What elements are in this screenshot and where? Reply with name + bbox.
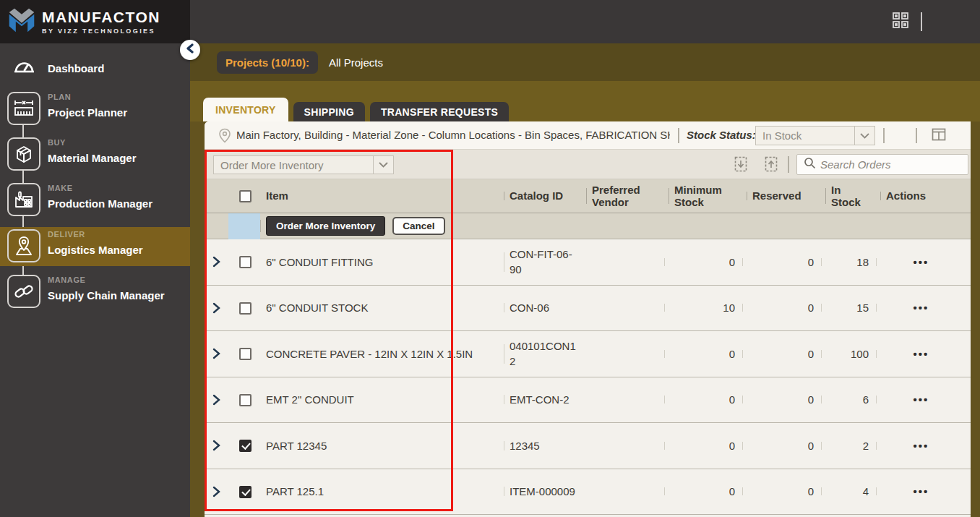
minimum-stock: 0 bbox=[664, 485, 742, 497]
in-stock: 18 bbox=[821, 256, 876, 268]
column-header-preferred-vendor[interactable]: Preferred Vendor bbox=[586, 184, 669, 209]
qr-scan-icon[interactable] bbox=[892, 12, 909, 32]
nav-category: MAKE bbox=[48, 184, 73, 192]
projects-selection[interactable]: All Projects bbox=[329, 56, 383, 69]
column-header-catalog-id[interactable]: Catalog ID bbox=[504, 189, 586, 202]
manufacton-logo-icon bbox=[7, 6, 36, 38]
row-checkbox[interactable] bbox=[239, 256, 252, 268]
order-more-inventory-button[interactable]: Order More Inventory bbox=[266, 216, 385, 236]
reserved: 0 bbox=[742, 393, 821, 406]
nav-label: Supply Chain Manager bbox=[48, 289, 165, 302]
row-actions-icon[interactable]: ••• bbox=[876, 485, 966, 497]
column-header-reserved[interactable]: Reserved bbox=[747, 189, 825, 202]
catalog-id: EMT-CON-2 bbox=[504, 392, 582, 407]
item-name: 6" CONDUIT FITTING bbox=[260, 256, 504, 268]
expand-row-icon[interactable] bbox=[205, 348, 228, 359]
column-settings-icon[interactable] bbox=[932, 128, 946, 144]
reserved: 0 bbox=[742, 348, 821, 360]
row-actions-icon[interactable]: ••• bbox=[876, 256, 966, 268]
toolbar-divider bbox=[788, 156, 789, 173]
search-icon bbox=[804, 157, 816, 172]
bulk-action-value: Order More Inventory bbox=[214, 159, 373, 171]
chevron-down-icon bbox=[854, 127, 874, 145]
expand-row-icon[interactable] bbox=[205, 394, 228, 406]
tab-shipping[interactable]: SHIPPING bbox=[293, 102, 365, 121]
expand-row-icon[interactable] bbox=[205, 486, 228, 497]
expand-row-icon[interactable] bbox=[205, 302, 228, 314]
chain-icon bbox=[7, 275, 40, 308]
reserved: 0 bbox=[742, 440, 821, 452]
row-actions-icon[interactable]: ••• bbox=[876, 393, 966, 406]
row-actions-icon[interactable]: ••• bbox=[876, 302, 966, 314]
factory-icon bbox=[7, 183, 40, 216]
sidebar-item-supply-chain-manager[interactable]: MANAGE Supply Chain Manager bbox=[0, 273, 190, 312]
row-checkbox[interactable] bbox=[239, 440, 252, 452]
inventory-panel: Main Factory, Building - Material Zone -… bbox=[205, 121, 971, 517]
export-file-icon[interactable] bbox=[764, 156, 778, 175]
table-toolbar: Order More Inventory bbox=[205, 150, 971, 179]
projects-count-badge[interactable]: Projects (10/10): bbox=[217, 51, 318, 74]
column-header-minimum-stock[interactable]: Minimum Stock bbox=[669, 184, 747, 209]
sidebar-item-material-manager[interactable]: BUY Material Manager bbox=[0, 135, 190, 174]
row-checkbox[interactable] bbox=[239, 394, 252, 406]
column-header-item[interactable]: Item bbox=[260, 189, 504, 202]
logo-text: MANUFACTON BY VIZZ TECHNOLOGIES bbox=[42, 9, 160, 35]
table-row: PART 12345 12345 0 0 2 ••• bbox=[205, 423, 971, 469]
nav-category: DELIVER bbox=[48, 230, 85, 239]
sidebar-item-production-manager[interactable]: MAKE Production Manager bbox=[0, 181, 190, 220]
sidebar-nav: Dashboard PLAN Project Planner bbox=[0, 43, 190, 517]
item-name: 6" CONDUIT STOCK bbox=[260, 302, 504, 314]
logo-subtitle: BY VIZZ TECHNOLOGIES bbox=[42, 27, 160, 35]
row-checkbox[interactable] bbox=[239, 302, 252, 315]
sidebar-collapse-button[interactable] bbox=[180, 40, 200, 60]
reserved: 0 bbox=[742, 256, 821, 268]
in-stock: 6 bbox=[821, 393, 876, 406]
nav-label: Production Manager bbox=[48, 197, 152, 210]
sidebar-item-dashboard[interactable]: Dashboard bbox=[0, 52, 190, 84]
minimum-stock: 10 bbox=[664, 302, 742, 314]
table-row: EMT 2" CONDUIT EMT-CON-2 0 0 6 ••• bbox=[205, 377, 971, 424]
nav-label: Project Planner bbox=[48, 106, 127, 119]
row-checkbox[interactable] bbox=[239, 486, 252, 498]
tab-transfer-requests[interactable]: TRANSFER REQUESTS bbox=[370, 102, 509, 121]
in-stock: 15 bbox=[821, 302, 876, 314]
sidebar-item-project-planner[interactable]: PLAN Project Planner bbox=[0, 90, 190, 129]
table-row: 6" CONDUIT STOCK CON-06 10 0 15 ••• bbox=[205, 286, 971, 332]
catalog-id: ITEM-000009 bbox=[504, 484, 582, 499]
import-file-icon[interactable] bbox=[734, 156, 748, 175]
catalog-id: 12345 bbox=[504, 438, 582, 453]
column-header-actions[interactable]: Actions bbox=[880, 189, 971, 202]
tabs-band: INVENTORY SHIPPING TRANSFER REQUESTS bbox=[190, 81, 980, 121]
bulk-action-dropdown[interactable]: Order More Inventory bbox=[213, 155, 394, 174]
search-orders-box[interactable] bbox=[796, 154, 968, 175]
tab-inventory[interactable]: INVENTORY bbox=[203, 98, 288, 121]
expand-row-icon[interactable] bbox=[205, 256, 228, 268]
in-stock: 2 bbox=[821, 440, 876, 452]
catalog-id: CON-06 bbox=[504, 300, 582, 315]
nav-category: PLAN bbox=[48, 93, 71, 101]
cancel-button[interactable]: Cancel bbox=[392, 217, 444, 235]
reserved: 0 bbox=[742, 485, 821, 497]
stock-status-dropdown[interactable]: In Stock bbox=[755, 126, 875, 145]
column-header-in-stock[interactable]: In Stock bbox=[825, 184, 880, 209]
nav-category: BUY bbox=[48, 138, 66, 147]
nav-category: MANAGE bbox=[48, 275, 86, 284]
search-orders-input[interactable] bbox=[820, 158, 954, 171]
table-header-row: Item Catalog ID Preferred Vendor Minimum… bbox=[205, 179, 971, 213]
in-stock: 4 bbox=[821, 485, 876, 497]
topbar-actions bbox=[892, 0, 980, 43]
select-all-checkbox[interactable] bbox=[239, 190, 252, 202]
chevron-left-icon bbox=[186, 43, 194, 56]
minimum-stock: 0 bbox=[664, 440, 742, 452]
row-actions-icon[interactable]: ••• bbox=[876, 348, 966, 360]
expand-row-icon[interactable] bbox=[205, 440, 228, 451]
bulk-selected-cell bbox=[228, 213, 260, 239]
location-breadcrumb[interactable]: Main Factory, Building - Material Zone -… bbox=[236, 129, 670, 141]
topbar-divider bbox=[921, 12, 922, 31]
sidebar-item-logistics-manager[interactable]: DELIVER Logistics Manager bbox=[0, 227, 190, 266]
table-row: PART 125.1 ITEM-000009 0 0 4 ••• bbox=[205, 469, 971, 516]
map-pin-icon bbox=[7, 229, 40, 262]
row-checkbox[interactable] bbox=[239, 348, 252, 360]
row-actions-icon[interactable]: ••• bbox=[876, 440, 966, 452]
projects-bar: Projects (10/10): All Projects bbox=[190, 43, 980, 81]
